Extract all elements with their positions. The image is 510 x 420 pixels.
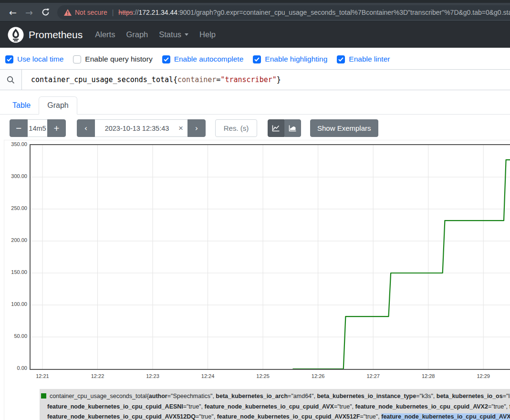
checkbox-label[interactable]: Enable query history — [85, 55, 152, 63]
x-axis-tick-label: 12:24 — [196, 373, 220, 379]
url-separator: :// — [133, 9, 139, 16]
legend-label-name: beta_kubernetes_io_arch — [216, 393, 288, 399]
datetime-value: 2023-10-13 12:35:43 — [105, 125, 169, 132]
checkbox-label[interactable]: Enable highlighting — [265, 55, 327, 63]
legend-label-value: ="true", — [196, 413, 217, 420]
legend-label-value: ="true", — [488, 403, 510, 410]
check-icon — [164, 57, 169, 62]
legend-label-name: feature_node_kubernetes_io_cpu_cpuid_AVX… — [381, 413, 510, 420]
y-axis-tick-label: 200.00 — [4, 237, 27, 243]
legend-label-value: ="true", — [183, 403, 205, 410]
resolution-input[interactable]: Res. (s) — [215, 119, 257, 137]
y-axis-tick-label: 0.00 — [4, 365, 27, 371]
tab-graph[interactable]: Graph — [39, 96, 77, 115]
chart-area: 0.0050.00100.00150.00200.00250.00300.003… — [4, 140, 510, 379]
show-exemplars-button[interactable]: Show Exemplars — [310, 119, 378, 137]
legend-label-value: ="true", — [334, 403, 355, 410]
legend-label-value: ="true", — [360, 413, 382, 420]
tab-table[interactable]: Table — [4, 97, 39, 114]
checkbox[interactable] — [337, 55, 345, 63]
nav-item-alerts[interactable]: Alerts — [95, 30, 115, 39]
range-input-group: − 14m5 + — [10, 119, 66, 137]
options-row: Use local timeEnable query historyEnable… — [0, 48, 510, 63]
legend-line[interactable]: feature_node_kubernetes_io_cpu_cpuid_AES… — [41, 402, 510, 412]
url-path: :9001/graph?g0.expr=container_cpu_usage_… — [177, 9, 510, 16]
legend-line[interactable]: feature_node_kubernetes_io_cpu_cpuid_AVX… — [41, 412, 510, 420]
reload-icon — [42, 8, 50, 16]
checkbox-label[interactable]: Use local time — [17, 55, 63, 63]
check-icon — [338, 57, 343, 62]
option-use-local-time: Use local time — [5, 55, 63, 63]
option-enable-query-history: Enable query history — [73, 55, 152, 63]
checkbox[interactable] — [253, 55, 261, 63]
check-icon — [7, 57, 12, 62]
plot-svg[interactable] — [31, 145, 510, 369]
line-chart-button[interactable] — [268, 119, 284, 137]
line-chart-icon — [272, 125, 280, 132]
x-axis-tick-label: 12:22 — [85, 373, 109, 379]
y-axis-tick-label: 150.00 — [4, 269, 27, 275]
checkbox-label[interactable]: Enable autocomplete — [174, 55, 244, 63]
panel-tabs: TableGraph — [0, 96, 510, 115]
x-axis-tick-label: 12:26 — [306, 373, 330, 379]
legend-label-value: ="amd64", — [288, 393, 317, 399]
url-text: https://172.21.34.44:9001/graph?g0.expr=… — [118, 9, 510, 16]
time-prev-button[interactable]: ‹ — [77, 119, 95, 137]
time-next-button[interactable]: › — [187, 119, 206, 137]
prometheus-logo-icon[interactable] — [8, 27, 24, 43]
warning-icon[interactable] — [64, 9, 72, 16]
legend-label-name: beta_kubernetes_io_os — [437, 393, 503, 399]
legend-line[interactable]: container_cpu_usage_seconds_total{author… — [41, 391, 510, 402]
prometheus-navbar: Prometheus AlertsGraphStatusHelp — [0, 21, 510, 48]
query-token: = — [216, 75, 220, 84]
legend-label-name: feature_node_kubernetes_io_cpu_cpuid_AVX… — [355, 403, 488, 410]
nav-item-status[interactable]: Status — [159, 30, 188, 39]
checkbox[interactable] — [73, 55, 81, 63]
stacked-chart-icon — [289, 125, 297, 132]
query-token: container_cpu_usage_seconds_total{ — [31, 75, 177, 84]
checkbox-label[interactable]: Enable linter — [349, 55, 390, 63]
x-axis-tick-label: 12:27 — [361, 373, 385, 379]
legend-label-value: ="k3s", — [416, 393, 437, 399]
legend-label-name: feature_node_kubernetes_io_cpu_cpuid_AVX — [204, 403, 333, 410]
browser-forward-button[interactable]: → — [21, 5, 37, 20]
nav-item-help[interactable]: Help — [199, 30, 216, 39]
option-enable-highlighting: Enable highlighting — [253, 55, 327, 63]
y-axis-tick-label: 350.00 — [4, 141, 27, 147]
address-bar[interactable]: Not secure | https://172.21.34.44:9001/g… — [57, 5, 510, 20]
stacked-chart-button[interactable] — [284, 119, 301, 137]
clear-time-icon[interactable]: × — [178, 124, 183, 133]
x-axis-tick-label: 12:29 — [471, 373, 495, 379]
legend-label-name: feature_node_kubernetes_io_cpu_cpuid_AVX… — [47, 413, 196, 420]
legend-swatch — [41, 393, 46, 399]
nav-links: AlertsGraphStatusHelp — [95, 30, 227, 39]
y-axis-tick-label: 100.00 — [4, 301, 27, 307]
plot-region[interactable] — [30, 144, 510, 370]
nav-item-graph[interactable]: Graph — [126, 30, 148, 39]
range-increase-button[interactable]: + — [47, 119, 66, 137]
browser-reload-button[interactable] — [37, 5, 53, 20]
legend-label-value: container_cpu_usage_seconds_total{ — [50, 393, 149, 399]
query-token: container — [177, 75, 216, 84]
legend-label-name: beta_kubernetes_io_instance_type — [317, 393, 416, 399]
security-status-label: Not secure — [75, 9, 107, 16]
x-axis-tick-label: 12:21 — [31, 373, 54, 379]
x-axis-tick-label: 12:28 — [416, 373, 440, 379]
checkbox[interactable] — [5, 55, 13, 63]
time-input-group: ‹ 2023-10-13 12:35:43 × › — [77, 119, 206, 137]
legend-label-name: author — [149, 393, 167, 399]
query-expression-input[interactable]: container_cpu_usage_seconds_total{contai… — [22, 70, 510, 90]
browser-chrome: ← → Not secure | https://172.21.34.44:90… — [0, 0, 510, 21]
address-divider: | — [112, 9, 114, 16]
brand-title[interactable]: Prometheus — [29, 29, 83, 41]
range-decrease-button[interactable]: − — [10, 119, 28, 137]
x-axis-tick-label: 12:25 — [251, 373, 275, 379]
checkbox[interactable] — [162, 55, 170, 63]
chart-type-toggle — [268, 119, 301, 137]
legend[interactable]: container_cpu_usage_seconds_total{author… — [40, 389, 510, 420]
browser-back-button[interactable]: ← — [5, 5, 21, 20]
datetime-input[interactable]: 2023-10-13 12:35:43 × — [95, 119, 187, 137]
x-axis-tick-label: 12:23 — [141, 373, 165, 379]
range-input[interactable]: 14m5 — [28, 119, 47, 137]
graph-controls: − 14m5 + ‹ 2023-10-13 12:35:43 × › Res. … — [10, 119, 510, 137]
